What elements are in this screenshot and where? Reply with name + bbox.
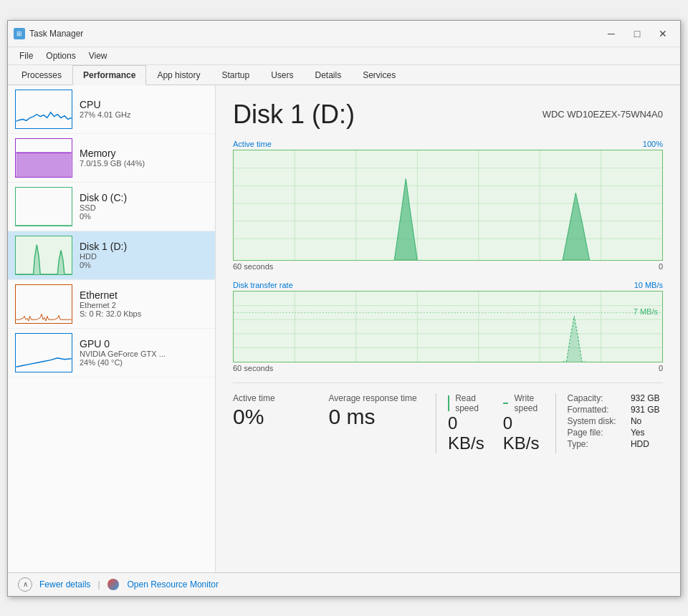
chart1-max: 100% (643, 140, 663, 148)
rw-row: Read speed 0 KB/s Write speed 0 KB/s (448, 393, 544, 453)
disk-header: Disk 1 (D:) WDC WD10EZEX-75WN4A0 (233, 100, 663, 130)
gpu-info: GPU 0 NVIDIA GeForce GTX ... 24% (40 °C) (80, 338, 208, 367)
system-disk-value: No (631, 416, 663, 426)
ethernet-info: Ethernet Ethernet 2 S: 0 R: 32.0 Kbps (80, 289, 208, 318)
avg-response-stat: Average response time 0 ms (329, 393, 425, 453)
fewer-details-link[interactable]: Fewer details (39, 579, 90, 589)
disk0-title: Disk 0 (C:) (80, 192, 208, 203)
close-button[interactable]: ✕ (651, 25, 674, 42)
sidebar-item-disk0[interactable]: Disk 0 (C:) SSD 0% (8, 183, 215, 231)
write-speed-label: Write speed (503, 393, 544, 413)
chart2-bottom-left: 60 seconds (233, 364, 273, 372)
disk0-sub1: SSD (80, 203, 208, 212)
tab-app-history[interactable]: App history (146, 65, 211, 85)
write-speed-value: 0 KB/s (503, 413, 544, 453)
minimize-button[interactable]: ─ (600, 25, 623, 42)
disk0-info: Disk 0 (C:) SSD 0% (80, 192, 208, 221)
system-disk-label: System disk: (568, 416, 619, 426)
stats-divider2 (555, 393, 556, 453)
disk-model: WDC WD10EZEX-75WN4A0 (543, 109, 663, 120)
chart2-bottom-right: 0 (659, 364, 663, 372)
memory-title: Memory (80, 148, 208, 159)
menu-view[interactable]: View (83, 49, 113, 63)
sidebar-item-memory[interactable]: Memory 7.0/15.9 GB (44%) (8, 134, 215, 183)
chart1-bottom-right: 0 (659, 262, 663, 271)
disk0-thumb (15, 187, 72, 226)
tab-users[interactable]: Users (260, 65, 304, 85)
open-resource-monitor-link[interactable]: Open Resource Monitor (128, 579, 219, 589)
type-value: HDD (631, 439, 663, 449)
chart2-labels: Disk transfer rate 10 MB/s (233, 281, 663, 289)
menu-file[interactable]: File (14, 49, 39, 63)
active-time-label: Active time (233, 393, 329, 403)
task-manager-window: ⊞ Task Manager ─ □ ✕ File Options View P… (7, 20, 681, 597)
content-area: CPU 27% 4.01 GHz Memory 7.0/15.9 GB (44%… (8, 85, 680, 572)
tab-performance[interactable]: Performance (72, 65, 146, 85)
title-bar-left: ⊞ Task Manager (14, 28, 83, 39)
fewer-details-icon[interactable]: ∧ (18, 577, 32, 592)
page-file-label: Page file: (568, 428, 619, 438)
chart1-bottom: 60 seconds 0 (233, 262, 663, 271)
cpu-info: CPU 27% 4.01 GHz (80, 99, 208, 119)
memory-info: Memory 7.0/15.9 GB (44%) (80, 148, 208, 168)
chart2-label: Disk transfer rate (233, 281, 293, 289)
avg-response-label: Average response time (329, 393, 425, 403)
tab-bar: Processes Performance App history Startu… (8, 65, 680, 85)
active-time-chart: Active time 100% (233, 140, 663, 271)
ethernet-thumb (15, 284, 72, 324)
ethernet-sub2: S: 0 R: 32.0 Kbps (80, 309, 208, 318)
disk-title: Disk 1 (D:) (233, 100, 355, 130)
cpu-title: CPU (80, 99, 208, 110)
title-bar: ⊞ Task Manager ─ □ ✕ (8, 21, 680, 47)
read-speed-value: 0 KB/s (448, 413, 489, 453)
read-speed-label: Read speed (448, 393, 489, 413)
chart2-max: 10 MB/s (634, 281, 663, 289)
tab-processes[interactable]: Processes (11, 65, 72, 85)
bottom-bar: ∧ Fewer details | Open Resource Monitor (8, 572, 680, 596)
gpu-title: GPU 0 (80, 338, 208, 350)
sidebar-item-disk1[interactable]: Disk 1 (D:) HDD 0% (8, 231, 215, 280)
app-icon: ⊞ (14, 28, 25, 39)
read-write-block: Read speed 0 KB/s Write speed 0 KB/s (448, 393, 544, 453)
tab-details[interactable]: Details (304, 65, 352, 85)
chart2-bottom: 60 seconds 0 (233, 364, 663, 372)
maximize-button[interactable]: □ (626, 25, 649, 42)
menu-bar: File Options View (8, 47, 680, 65)
formatted-label: Formatted: (568, 405, 619, 415)
disk1-thumb (15, 236, 72, 275)
window-title: Task Manager (29, 29, 83, 39)
sidebar-item-cpu[interactable]: CPU 27% 4.01 GHz (8, 85, 215, 134)
type-label: Type: (568, 439, 619, 449)
disk-info-block: Capacity: 932 GB Formatted: 931 GB Syste… (568, 393, 664, 453)
avg-response-value: 0 ms (329, 405, 425, 429)
chart2-current-label: 7 MB/s (634, 307, 658, 316)
active-time-value: 0% (233, 405, 329, 429)
main-panel: Disk 1 (D:) WDC WD10EZEX-75WN4A0 Active … (216, 85, 680, 572)
write-speed-block: Write speed 0 KB/s (503, 393, 544, 453)
sidebar-item-ethernet[interactable]: Ethernet Ethernet 2 S: 0 R: 32.0 Kbps (8, 280, 215, 329)
resource-monitor-icon (108, 579, 119, 590)
svg-marker-13 (394, 178, 417, 260)
stats-divider (436, 393, 436, 453)
sidebar: CPU 27% 4.01 GHz Memory 7.0/15.9 GB (44%… (8, 85, 216, 572)
gpu-sub2: 24% (40 °C) (80, 358, 208, 367)
chart1-area (233, 150, 663, 261)
tab-services[interactable]: Services (352, 65, 406, 85)
ethernet-title: Ethernet (80, 289, 208, 301)
read-indicator (448, 395, 449, 411)
chart1-bottom-left: 60 seconds (233, 262, 273, 271)
memory-sub: 7.0/15.9 GB (44%) (80, 159, 208, 168)
chart1-labels: Active time 100% (233, 140, 663, 148)
menu-options[interactable]: Options (40, 49, 81, 63)
disk1-sub2: 0% (80, 261, 208, 269)
read-speed-block: Read speed 0 KB/s (448, 393, 489, 453)
page-file-value: Yes (631, 428, 663, 438)
ethernet-sub1: Ethernet 2 (80, 301, 208, 309)
disk1-title: Disk 1 (D:) (80, 241, 208, 252)
tab-startup[interactable]: Startup (211, 65, 260, 85)
disk1-sub1: HDD (80, 252, 208, 261)
cpu-thumb (15, 90, 72, 129)
sidebar-item-gpu[interactable]: GPU 0 NVIDIA GeForce GTX ... 24% (40 °C) (8, 329, 215, 377)
capacity-label: Capacity: (568, 393, 619, 403)
memory-thumb (15, 138, 72, 178)
